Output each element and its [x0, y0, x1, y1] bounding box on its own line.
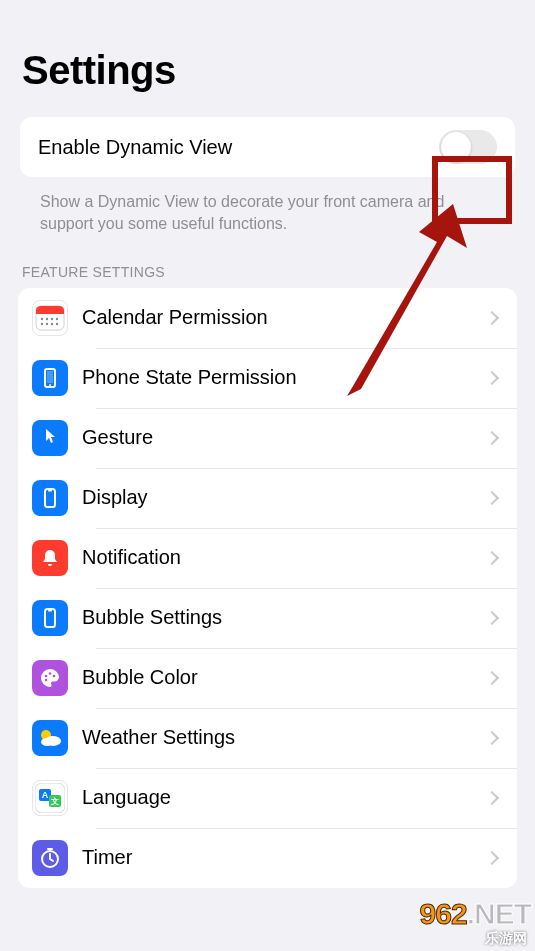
chevron-right-icon: [485, 311, 499, 325]
svg-point-19: [49, 672, 52, 675]
svg-text:文: 文: [50, 797, 59, 806]
chevron-right-icon: [485, 371, 499, 385]
calendar-icon: [32, 300, 68, 336]
settings-row-label: Bubble Settings: [82, 606, 487, 629]
settings-row-label: Calendar Permission: [82, 306, 487, 329]
svg-point-21: [45, 678, 48, 681]
settings-row-weather-settings[interactable]: Weather Settings: [18, 708, 517, 768]
watermark-bottom: 乐游网: [420, 931, 527, 945]
toggle-thumb: [441, 132, 471, 162]
svg-point-4: [46, 318, 48, 320]
svg-rect-17: [48, 610, 52, 612]
svg-point-7: [41, 323, 43, 325]
svg-rect-2: [36, 310, 64, 314]
weather-icon: [32, 720, 68, 756]
enable-dynamic-view-toggle[interactable]: [439, 130, 497, 164]
svg-rect-15: [48, 490, 52, 492]
svg-point-8: [46, 323, 48, 325]
bell-icon: [32, 540, 68, 576]
enable-dynamic-view-description: Show a Dynamic View to decorate your fro…: [0, 177, 535, 236]
palette-icon: [32, 660, 68, 696]
language-icon: A文: [32, 780, 68, 816]
settings-row-bubble-color[interactable]: Bubble Color: [18, 648, 517, 708]
svg-text:A: A: [42, 790, 49, 800]
chevron-right-icon: [485, 611, 499, 625]
chevron-right-icon: [485, 431, 499, 445]
svg-point-20: [53, 674, 56, 677]
svg-rect-14: [45, 489, 55, 507]
settings-row-language[interactable]: A文Language: [18, 768, 517, 828]
watermark-top: 962.NET: [420, 899, 531, 929]
settings-row-label: Weather Settings: [82, 726, 487, 749]
enable-dynamic-view-label: Enable Dynamic View: [38, 136, 439, 159]
chevron-right-icon: [485, 491, 499, 505]
settings-row-label: Timer: [82, 846, 487, 869]
settings-row-notification[interactable]: Notification: [18, 528, 517, 588]
svg-rect-12: [47, 371, 53, 383]
svg-point-3: [41, 318, 43, 320]
svg-point-6: [56, 318, 58, 320]
svg-rect-16: [45, 609, 55, 627]
settings-row-calendar-permission[interactable]: Calendar Permission: [18, 288, 517, 348]
svg-point-18: [45, 674, 48, 677]
svg-rect-32: [47, 848, 53, 850]
settings-row-display[interactable]: Display: [18, 468, 517, 528]
pointer-icon: [32, 420, 68, 456]
settings-row-label: Gesture: [82, 426, 487, 449]
settings-row-bubble-settings[interactable]: Bubble Settings: [18, 588, 517, 648]
settings-row-label: Display: [82, 486, 487, 509]
settings-row-gesture[interactable]: Gesture: [18, 408, 517, 468]
chevron-right-icon: [485, 551, 499, 565]
enable-dynamic-view-card: Enable Dynamic View: [20, 117, 515, 177]
feature-settings-list: Calendar PermissionPhone State Permissio…: [18, 288, 517, 888]
chevron-right-icon: [485, 731, 499, 745]
settings-row-label: Notification: [82, 546, 487, 569]
settings-row-label: Bubble Color: [82, 666, 487, 689]
display-icon: [32, 600, 68, 636]
watermark: 962.NET 乐游网: [420, 899, 531, 945]
svg-point-25: [41, 738, 53, 746]
phone-icon: [32, 360, 68, 396]
settings-row-timer[interactable]: Timer: [18, 828, 517, 888]
settings-row-label: Phone State Permission: [82, 366, 487, 389]
svg-point-13: [49, 384, 51, 386]
settings-row-phone-state-permission[interactable]: Phone State Permission: [18, 348, 517, 408]
chevron-right-icon: [485, 791, 499, 805]
chevron-right-icon: [485, 851, 499, 865]
timer-icon: [32, 840, 68, 876]
chevron-right-icon: [485, 671, 499, 685]
svg-point-10: [56, 323, 58, 325]
enable-dynamic-view-row[interactable]: Enable Dynamic View: [20, 117, 515, 177]
svg-point-5: [51, 318, 53, 320]
page-title: Settings: [0, 0, 535, 117]
feature-settings-header: FEATURE SETTINGS: [0, 236, 535, 288]
svg-point-9: [51, 323, 53, 325]
display-icon: [32, 480, 68, 516]
settings-row-label: Language: [82, 786, 487, 809]
